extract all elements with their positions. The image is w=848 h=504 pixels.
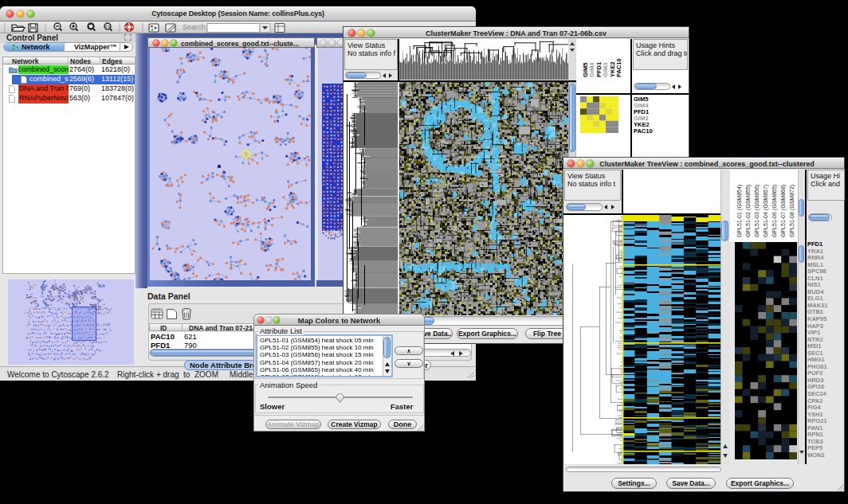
svg-text:Search:: Search: bbox=[183, 23, 207, 31]
svg-text:1:1: 1:1 bbox=[105, 25, 111, 29]
